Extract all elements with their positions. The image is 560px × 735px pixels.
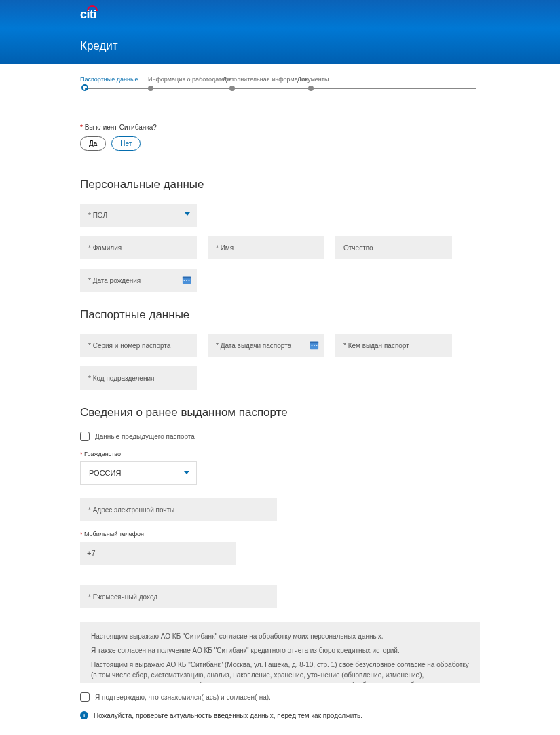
passport-code-input[interactable]: * Код подразделения — [80, 366, 197, 390]
progress-stepper: Паспортные данные Информация о работодат… — [80, 76, 480, 96]
consent-p3: Настоящим я выражаю АО КБ "Ситибанк" (Мо… — [91, 660, 469, 683]
svg-rect-9 — [316, 345, 318, 346]
top-header: citi — [0, 0, 560, 29]
lastname-input[interactable]: * Фамилия — [80, 236, 197, 259]
svg-rect-7 — [312, 345, 313, 346]
client-question-label: Вы клиент Ситибанка? — [80, 124, 480, 131]
step-dot-1[interactable] — [81, 84, 88, 91]
consent-p1: Настоящим выражаю АО КБ "Ситибанк" согла… — [91, 631, 469, 641]
step-label-4: Документы — [297, 76, 329, 83]
gender-select[interactable]: * ПОЛ — [80, 204, 197, 227]
phone-number-input[interactable] — [141, 542, 236, 565]
prev-passport-checkbox[interactable] — [80, 432, 90, 441]
phone-label: * Мобильный телефон — [80, 531, 480, 538]
dob-input[interactable]: * Дата рождения — [80, 269, 197, 292]
svg-rect-8 — [314, 345, 315, 346]
phone-prefix: +7 — [80, 542, 107, 565]
passport-date-input[interactable]: * Дата выдачи паспорта — [208, 334, 324, 357]
citi-logo: citi — [80, 7, 96, 22]
calendar-icon[interactable] — [310, 340, 319, 350]
income-input[interactable]: * Ежемесячный доход — [80, 585, 277, 608]
consent-textbox[interactable]: Настоящим выражаю АО КБ "Ситибанк" согла… — [80, 622, 480, 683]
page-title: Кредит — [80, 39, 118, 53]
section-passport: Паспортные данные — [80, 308, 480, 322]
section-prev-passport: Сведения о ранее выданном паспорте — [80, 406, 480, 419]
no-button[interactable]: Нет — [111, 136, 141, 151]
confirm-cb-label: Я подтверждаю, что ознакомился(-ась) и с… — [95, 694, 271, 701]
title-bar: Кредит — [0, 29, 560, 64]
section-personal: Персональные данные — [80, 178, 480, 191]
email-input[interactable]: * Адрес электронной почты — [80, 498, 277, 521]
gender-placeholder: * ПОЛ — [88, 212, 107, 219]
svg-rect-1 — [183, 277, 191, 279]
phone-code-input[interactable] — [107, 542, 141, 565]
yes-button[interactable]: Да — [80, 136, 106, 151]
calendar-icon[interactable] — [182, 275, 191, 284]
svg-rect-2 — [184, 280, 185, 281]
svg-rect-6 — [310, 342, 318, 344]
step-label-2: Информация о работодателе — [148, 76, 231, 83]
step-dot-4[interactable] — [308, 86, 314, 91]
passport-issuer-input[interactable]: * Кем выдан паспорт — [335, 334, 452, 357]
chevron-down-icon — [185, 212, 190, 216]
step-dot-3[interactable] — [229, 86, 235, 91]
step-label-3: Дополнительная информация — [223, 76, 308, 83]
confirm-checkbox[interactable] — [80, 692, 90, 702]
svg-rect-3 — [186, 280, 187, 281]
prev-passport-cb-label: Данные предыдущего паспорта — [95, 433, 195, 440]
info-icon: i — [80, 711, 88, 719]
citi-arc-icon — [87, 5, 98, 11]
firstname-input[interactable]: * Имя — [208, 236, 324, 259]
chevron-down-icon — [184, 471, 189, 474]
phone-input-group: +7 — [80, 542, 480, 565]
citizenship-label: * Гражданство — [80, 451, 480, 457]
citizenship-select[interactable]: РОССИЯ — [80, 461, 197, 485]
svg-rect-4 — [189, 280, 190, 281]
passport-sn-input[interactable]: * Серия и номер паспорта — [80, 334, 197, 357]
consent-p2: Я также согласен на получение АО КБ "Сит… — [91, 645, 469, 656]
middlename-input[interactable]: Отчество — [335, 236, 452, 259]
info-message: Пожалуйста, проверьте актуальность введе… — [94, 712, 362, 719]
step-label-1: Паспортные данные — [80, 76, 138, 83]
step-dot-2[interactable] — [148, 86, 153, 91]
